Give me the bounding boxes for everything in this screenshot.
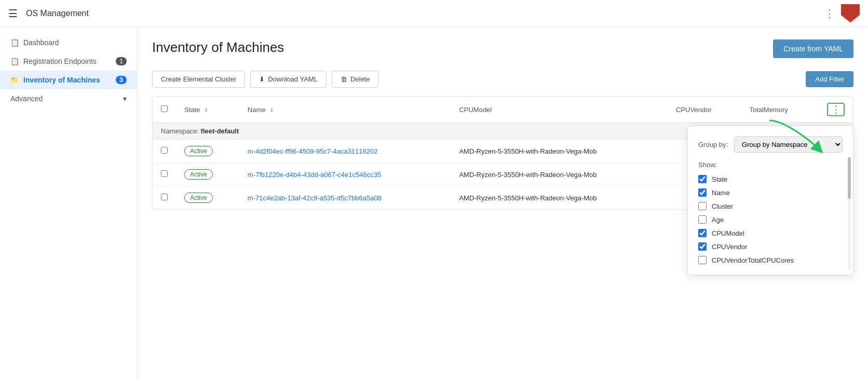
layout: 📋 Dashboard 📋 Registration Endpoints 1 📁…: [0, 27, 868, 381]
row3-state: Active: [176, 186, 239, 210]
show-item-cpuvendortotalcpucores[interactable]: CPUVendorTotalCPUCores: [698, 256, 843, 264]
show-cluster-label: Cluster: [712, 202, 733, 210]
download-yaml-button[interactable]: ⬇ Download YAML: [250, 71, 327, 88]
th-cpuvendor: CPUVendor: [668, 97, 741, 123]
topbar-left: ☰ OS Management: [8, 7, 89, 20]
dashboard-icon: 📋: [10, 38, 19, 47]
topbar-dots-icon[interactable]: ⋮: [824, 7, 835, 20]
row2-name: m-7fb1220e-d4b4-43dd-a067-c4e1c546cc35: [239, 163, 451, 186]
hamburger-icon[interactable]: ☰: [8, 7, 18, 20]
main-content: Inventory of Machines Create from YAML C…: [138, 27, 868, 381]
row1-machine-link[interactable]: m-4d2f04ec-ff96-4509-95c7-4aca31116202: [248, 147, 378, 155]
sidebar-advanced[interactable]: Advanced ▾: [0, 89, 137, 108]
download-icon: ⬇: [259, 75, 265, 83]
row1-name: m-4d2f04ec-ff96-4509-95c7-4aca31116202: [239, 140, 451, 163]
sidebar-item-label-registration: Registration Endpoints: [23, 57, 97, 65]
advanced-label: Advanced: [10, 94, 43, 103]
show-item-cpumodel[interactable]: CPUModel: [698, 229, 843, 237]
row1-checkbox[interactable]: [161, 147, 168, 154]
namespace-label: Namespace:: [161, 127, 199, 135]
sidebar-item-label-inventory: Inventory of Machines: [23, 76, 100, 84]
name-sort-icon: ⇕: [269, 107, 274, 113]
inventory-icon: 📁: [10, 76, 19, 84]
table-options-button[interactable]: ⋮: [827, 103, 845, 116]
create-cluster-label: Create Elemental Cluster: [161, 75, 236, 83]
download-yaml-label: Download YAML: [268, 75, 318, 83]
create-yaml-button[interactable]: Create from YAML: [773, 39, 853, 58]
th-options: ⋮: [819, 97, 853, 123]
show-name-checkbox[interactable]: [698, 188, 707, 197]
page-title: Inventory of Machines: [152, 39, 284, 56]
row2-cpumodel: AMD-Ryzen-5-3550H-with-Radeon-Vega-Mob: [451, 163, 668, 186]
th-cpumodel-label: CPUModel: [459, 106, 492, 114]
registration-badge: 1: [116, 57, 127, 65]
show-age-checkbox[interactable]: [698, 215, 707, 224]
show-cpumodel-checkbox[interactable]: [698, 229, 707, 237]
row2-select: [153, 163, 176, 186]
add-filter-button[interactable]: Add Filter: [806, 71, 853, 87]
th-state[interactable]: State ⇕: [176, 97, 239, 123]
select-all-checkbox[interactable]: [161, 105, 168, 112]
delete-icon: 🗑: [341, 75, 347, 83]
row2-machine-link[interactable]: m-7fb1220e-d4b4-43dd-a067-c4e1c546cc35: [248, 171, 381, 179]
row3-cpumodel: AMD-Ryzen-5-3550H-with-Radeon-Vega-Mob: [451, 186, 668, 210]
app-title: OS Management: [26, 9, 89, 18]
delete-label: Delete: [350, 75, 370, 83]
topbar-right: ⋮: [824, 4, 860, 23]
th-cpumodel: CPUModel: [451, 97, 668, 123]
inventory-badge: 3: [116, 76, 127, 84]
delete-button[interactable]: 🗑 Delete: [332, 71, 379, 88]
row1-state: Active: [176, 140, 239, 163]
show-cpuvendortotalcpucores-label: CPUVendorTotalCPUCores: [712, 256, 794, 264]
show-cpuvendortotalcpucores-checkbox[interactable]: [698, 256, 707, 264]
show-cpuvendor-checkbox[interactable]: [698, 242, 707, 251]
show-label: Show:: [698, 161, 843, 169]
show-item-cluster[interactable]: Cluster: [698, 202, 843, 210]
toolbar-left: Create Elemental Cluster ⬇ Download YAML…: [152, 71, 378, 88]
topbar: ☰ OS Management ⋮: [0, 0, 868, 27]
group-by-row: Group by: Group by Namespace None: [698, 137, 843, 153]
sidebar: 📋 Dashboard 📋 Registration Endpoints 1 📁…: [0, 27, 138, 381]
table-header: State ⇕ Name ⇕ CPUModel CPUVendor: [153, 97, 853, 123]
show-state-label: State: [712, 175, 727, 183]
chevron-down-icon: ▾: [123, 94, 127, 103]
group-by-label: Group by:: [698, 141, 728, 148]
sidebar-item-registration-endpoints[interactable]: 📋 Registration Endpoints 1: [0, 52, 137, 71]
th-totalmemory: TotalMemory: [741, 97, 819, 123]
row2-state: Active: [176, 163, 239, 186]
scrollbar-thumb: [848, 157, 851, 199]
registration-icon: 📋: [10, 57, 19, 65]
show-item-cpuvendor[interactable]: CPUVendor: [698, 242, 843, 251]
select-all-header: [153, 97, 176, 123]
show-item-name[interactable]: Name: [698, 188, 843, 197]
sidebar-item-inventory[interactable]: 📁 Inventory of Machines 3: [0, 71, 137, 89]
namespace-value: fleet-default: [201, 127, 239, 135]
row3-name: m-71c4e2ab-13af-42c9-a535-d5c7bb6a5a08: [239, 186, 451, 210]
row3-machine-link[interactable]: m-71c4e2ab-13af-42c9-a535-d5c7bb6a5a08: [248, 194, 382, 202]
row1-cpumodel: AMD-Ryzen-5-3550H-with-Radeon-Vega-Mob: [451, 140, 668, 163]
group-by-select[interactable]: Group by Namespace None: [734, 137, 843, 153]
row1-select: [153, 140, 176, 163]
row3-select: [153, 186, 176, 210]
show-items-list: State Name Cluster Age CPUModel: [698, 175, 843, 264]
column-settings-panel: Group by: Group by Namespace None Show: …: [687, 126, 853, 275]
row2-checkbox[interactable]: [161, 170, 168, 177]
th-name[interactable]: Name ⇕: [239, 97, 451, 123]
sidebar-item-dashboard[interactable]: 📋 Dashboard: [0, 33, 137, 52]
state-sort-icon: ⇕: [204, 107, 208, 113]
sidebar-item-label-dashboard: Dashboard: [23, 38, 59, 47]
show-item-age[interactable]: Age: [698, 215, 843, 224]
row3-checkbox[interactable]: [161, 194, 168, 200]
show-cluster-checkbox[interactable]: [698, 202, 707, 210]
th-state-label: State: [184, 106, 200, 114]
show-item-state[interactable]: State: [698, 175, 843, 183]
scrollbar-track: [848, 157, 851, 270]
show-cpumodel-label: CPUModel: [712, 229, 744, 237]
create-elemental-cluster-button[interactable]: Create Elemental Cluster: [152, 71, 245, 88]
show-state-checkbox[interactable]: [698, 175, 707, 183]
th-totalmemory-label: TotalMemory: [749, 106, 788, 114]
show-cpuvendor-label: CPUVendor: [712, 243, 748, 251]
show-age-label: Age: [712, 216, 724, 224]
status-badge: Active: [184, 193, 213, 203]
th-cpuvendor-label: CPUVendor: [676, 106, 712, 114]
